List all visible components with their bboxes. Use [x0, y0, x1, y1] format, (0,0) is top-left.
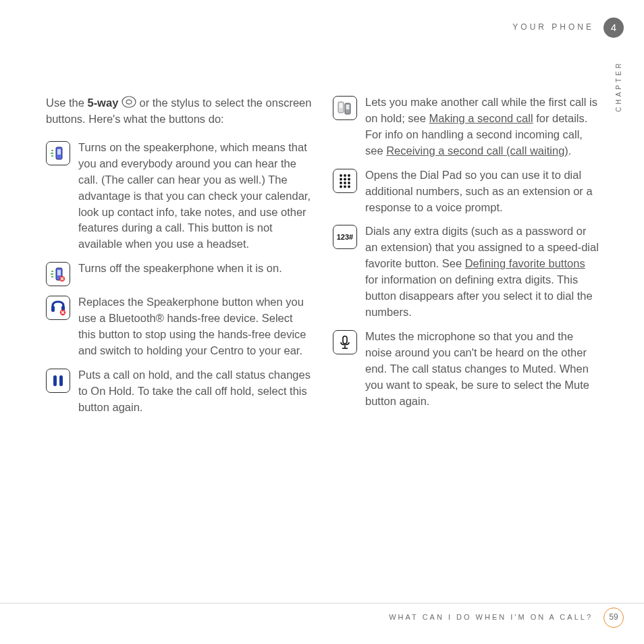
bluetooth-cancel-icon [46, 296, 70, 320]
svg-point-27 [348, 185, 350, 188]
feature-item: Puts a call on hold, and the call status… [46, 367, 313, 416]
svg-point-18 [348, 174, 350, 177]
speaker-on-icon [46, 141, 70, 165]
feature-text: Lets you make another call while the fir… [365, 95, 599, 159]
doc-link[interactable]: Defining favorite buttons [465, 257, 585, 269]
feature-text: Puts a call on hold, and the call status… [78, 367, 313, 416]
extra-digits-icon: 123# [333, 225, 357, 249]
svg-point-17 [344, 174, 346, 177]
svg-rect-13 [340, 103, 343, 108]
mute-icon [333, 330, 357, 354]
footer-rule [0, 603, 644, 603]
intro-bold: 5-way [87, 97, 118, 109]
svg-point-24 [348, 182, 350, 184]
svg-rect-10 [53, 375, 57, 386]
feature-item: Lets you make another call while the fir… [333, 95, 599, 159]
intro-paragraph: Use the 5-way or the stylus to select th… [46, 95, 313, 128]
feature-text: Opens the Dial Pad so you can use it to … [365, 167, 599, 216]
svg-point-1 [126, 100, 132, 104]
swap-calls-icon [333, 96, 357, 120]
svg-rect-5 [57, 270, 61, 275]
right-column: Lets you make another call while the fir… [333, 95, 599, 424]
feature-text: Dials any extra digits (such as a passwo… [365, 223, 599, 321]
svg-rect-7 [51, 306, 55, 312]
svg-point-0 [122, 97, 136, 107]
chapter-label: CHAPTER [614, 61, 624, 112]
svg-point-21 [348, 178, 350, 180]
five-way-icon [122, 95, 136, 109]
svg-point-16 [340, 174, 342, 177]
speaker-off-icon [46, 262, 70, 286]
svg-rect-15 [346, 105, 350, 109]
feature-item: Turns off the speakerphone when it is on… [46, 261, 313, 286]
feature-item: Mutes the microphone so that you and the… [333, 329, 599, 410]
svg-point-19 [340, 178, 342, 180]
svg-rect-3 [57, 149, 61, 155]
doc-link[interactable]: Making a second call [429, 112, 533, 124]
chapter-number-badge: 4 [603, 18, 624, 38]
intro-pre: Use the [46, 97, 87, 109]
feature-item: Opens the Dial Pad so you can use it to … [333, 167, 599, 216]
feature-text: Replaces the Speakerphone button when yo… [78, 294, 313, 359]
feature-item: Replaces the Speakerphone button when yo… [46, 294, 313, 359]
svg-text:123#: 123# [337, 233, 353, 241]
hold-icon [46, 369, 70, 393]
page-number: 59 [603, 608, 624, 628]
svg-point-22 [340, 182, 342, 184]
feature-text: Turns on the speakerphone, which means t… [78, 140, 313, 252]
svg-point-20 [344, 178, 346, 180]
svg-rect-29 [343, 336, 347, 344]
left-column: Use the 5-way or the stylus to select th… [46, 95, 313, 424]
doc-link[interactable]: Receiving a second call (call waiting) [386, 144, 568, 157]
feature-text: Turns off the speakerphone when it is on… [78, 261, 313, 286]
svg-rect-11 [59, 375, 63, 386]
feature-text: Mutes the microphone so that you and the… [365, 329, 599, 410]
header-title: YOUR PHONE [512, 22, 594, 33]
feature-item: 123#Dials any extra digits (such as a pa… [333, 223, 599, 321]
svg-point-26 [344, 185, 346, 188]
dialpad-icon [333, 169, 357, 193]
feature-item: Turns on the speakerphone, which means t… [46, 140, 313, 252]
svg-point-25 [340, 185, 342, 188]
footer-text: WHAT CAN I DO WHEN I'M ON A CALL? [389, 612, 593, 623]
svg-point-23 [344, 182, 346, 184]
